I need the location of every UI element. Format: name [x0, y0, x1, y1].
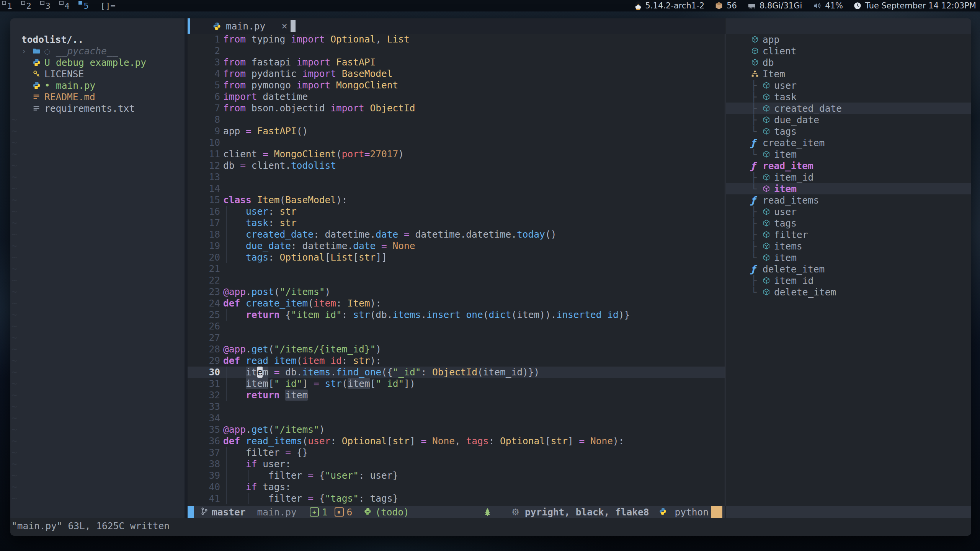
code-line-13[interactable]: 13	[188, 171, 725, 183]
empty-line-tilde: ~	[10, 240, 185, 252]
code-line-5[interactable]: 5from pymongo import MongoClient	[188, 80, 725, 91]
outline-item-item[interactable]: └item	[726, 252, 971, 263]
tree-item-main-py[interactable]: •main.py	[10, 80, 185, 91]
outline-item-create_item[interactable]: ƒcreate_item	[726, 137, 971, 148]
outline-item-read_items[interactable]: ƒread_items	[726, 194, 971, 206]
code-line-7[interactable]: 7from bson.objectid import ObjectId	[188, 103, 725, 114]
code-area[interactable]: 1from typing import Optional, List23from…	[188, 34, 725, 506]
outline-item-read_item[interactable]: ƒread_item	[726, 160, 971, 171]
tree-connector: ├	[751, 218, 763, 229]
workspace-4[interactable]: 4	[57, 0, 77, 11]
code-line-9[interactable]: 9app = FastAPI()	[188, 126, 725, 137]
line-text: from bson.objectid import ObjectId	[223, 103, 415, 114]
file-name: debug_example.py	[56, 57, 146, 68]
tree-item--pycache-[interactable]: ›◌__pycache__	[10, 45, 185, 57]
code-line-18[interactable]: 18 created_date: datetime.date = datetim…	[188, 229, 725, 240]
file-tree-panel[interactable]: todolist/.. ›◌__pycache__Udebug_example.…	[10, 18, 185, 518]
python-filetype-icon	[659, 507, 667, 518]
code-line-39[interactable]: 39 filter = {"user": user}	[188, 470, 725, 481]
outline-item-item_id[interactable]: ├item_id	[726, 275, 971, 286]
outline-item-user[interactable]: ├user	[726, 80, 971, 91]
code-line-19[interactable]: 19 due_date: datetime.date = None	[188, 240, 725, 252]
editor-pane[interactable]: main.py × 1from typing import Optional, …	[188, 18, 725, 518]
tree-item-readme-md[interactable]: README.md	[10, 91, 185, 103]
code-line-12[interactable]: 12db = client.todolist	[188, 160, 725, 171]
workspace-5[interactable]: 5	[77, 0, 96, 11]
outline-item-tags[interactable]: ├tags	[726, 217, 971, 229]
outline-item-task[interactable]: ├task	[726, 91, 971, 103]
code-line-4[interactable]: 4from pydantic import BaseModel	[188, 68, 725, 80]
code-line-23[interactable]: 23@app.post("/items")	[188, 286, 725, 298]
outline-item-user[interactable]: ├user	[726, 206, 971, 217]
code-line-11[interactable]: 11client = MongoClient(port=27017)	[188, 148, 725, 160]
tree-item-debug-example-py[interactable]: Udebug_example.py	[10, 57, 185, 68]
outline-item-delete_item[interactable]: └delete_item	[726, 286, 971, 298]
code-line-30[interactable]: 30 item = db.items.find_one({"_id": Obje…	[188, 367, 725, 378]
tab-filename[interactable]: main.py	[226, 21, 265, 32]
line-number: 41	[188, 493, 220, 504]
tab-main-py[interactable]: main.py ×	[190, 18, 287, 34]
code-line-21[interactable]: 21	[188, 263, 725, 275]
window-separator[interactable]	[725, 34, 725, 506]
code-line-37[interactable]: 37 filter = {}	[188, 447, 725, 458]
outline-item-item[interactable]: └item	[726, 148, 971, 160]
outline-item-created_date[interactable]: ├created_date	[726, 103, 971, 114]
workspace-3[interactable]: 3	[38, 0, 57, 11]
cube-icon	[751, 47, 763, 55]
empty-line-tilde: ~	[10, 458, 185, 470]
code-line-14[interactable]: 14	[188, 183, 725, 194]
layout-symbol: []=	[100, 1, 116, 11]
code-line-33[interactable]: 33	[188, 401, 725, 412]
code-line-1[interactable]: 1from typing import Optional, List	[188, 34, 725, 45]
tree-item-license[interactable]: LICENSE	[10, 68, 185, 80]
code-line-17[interactable]: 17 task: str	[188, 217, 725, 229]
code-line-20[interactable]: 20 tags: Optional[List[str]]	[188, 252, 725, 263]
outline-item-item[interactable]: └item	[726, 183, 971, 194]
code-line-26[interactable]: 26	[188, 321, 725, 332]
code-line-36[interactable]: 36def read_items(user: Optional[str] = N…	[188, 435, 725, 447]
code-line-27[interactable]: 27	[188, 332, 725, 344]
indent-guide	[226, 367, 227, 378]
code-line-8[interactable]: 8	[188, 114, 725, 126]
code-line-25[interactable]: 25 return {"item_id": str(db.items.inser…	[188, 309, 725, 321]
line-text: filter = {"user": user}	[223, 470, 398, 481]
outline-item-app[interactable]: app	[726, 34, 971, 45]
code-line-35[interactable]: 35@app.get("/items")	[188, 424, 725, 435]
code-line-34[interactable]: 34	[188, 412, 725, 424]
file-tree-root[interactable]: todolist/..	[10, 34, 185, 45]
tree-connector: └	[751, 126, 763, 137]
code-line-10[interactable]: 10	[188, 137, 725, 148]
outline-item-due_date[interactable]: ├due_date	[726, 114, 971, 126]
tree-connector: ├	[751, 103, 763, 114]
outline-item-db[interactable]: db	[726, 57, 971, 68]
outline-item-Item[interactable]: Item	[726, 68, 971, 80]
code-line-38[interactable]: 38 if user:	[188, 458, 725, 470]
code-line-15[interactable]: 15class Item(BaseModel):	[188, 194, 725, 206]
git-status-badge: •	[44, 80, 56, 91]
code-line-2[interactable]: 2	[188, 45, 725, 57]
file-name: requirements.txt	[44, 103, 135, 114]
workspace-2[interactable]: 2	[19, 0, 38, 11]
code-line-41[interactable]: 41 filter = {"tags": tags}	[188, 493, 725, 504]
outline-item-item_id[interactable]: ├item_id	[726, 171, 971, 183]
symbols-outline-panel[interactable]: appclientdbItem├user├task├created_date├d…	[726, 18, 971, 506]
workspace-1[interactable]: 1	[0, 0, 19, 11]
code-line-3[interactable]: 3from fastapi import FastAPI	[188, 57, 725, 68]
code-line-31[interactable]: 31 item["_id"] = str(item["_id"])	[188, 378, 725, 390]
outline-item-delete_item[interactable]: ƒdelete_item	[726, 263, 971, 275]
code-line-16[interactable]: 16 user: str	[188, 206, 725, 217]
outline-item-items[interactable]: ├items	[726, 240, 971, 252]
tree-item-requirements-txt[interactable]: requirements.txt	[10, 103, 185, 114]
outline-item-client[interactable]: client	[726, 45, 971, 57]
outline-item-tags[interactable]: └tags	[726, 126, 971, 137]
code-line-24[interactable]: 24def create_item(item: Item):	[188, 298, 725, 309]
indent-guide	[226, 458, 227, 470]
code-line-6[interactable]: 6import datetime	[188, 91, 725, 103]
code-line-40[interactable]: 40 if tags:	[188, 481, 725, 493]
code-line-28[interactable]: 28@app.get("/items/{item_id}")	[188, 344, 725, 355]
code-line-29[interactable]: 29def read_item(item_id: str):	[188, 355, 725, 367]
code-line-22[interactable]: 22	[188, 275, 725, 286]
tab-close-icon[interactable]: ×	[281, 20, 287, 32]
code-line-32[interactable]: 32 return item	[188, 390, 725, 401]
outline-item-filter[interactable]: ├filter	[726, 229, 971, 240]
